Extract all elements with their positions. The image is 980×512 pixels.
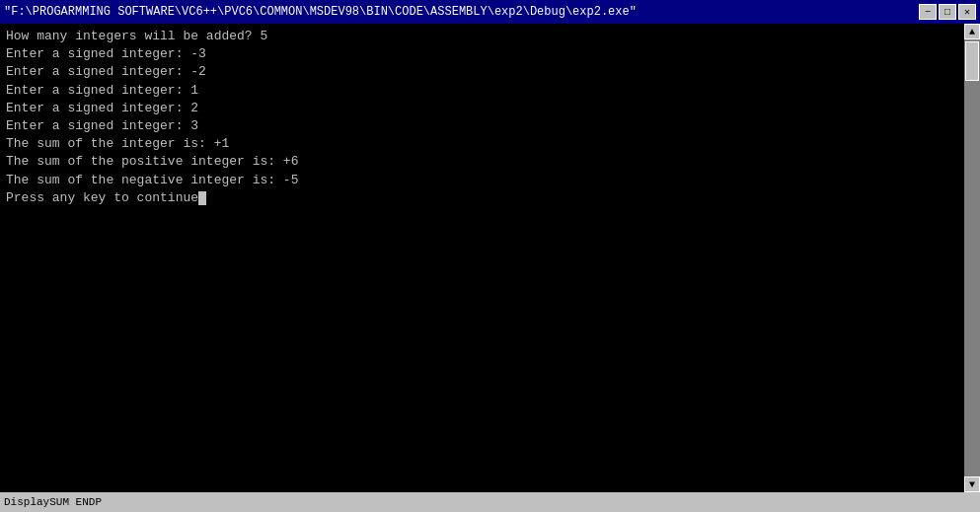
console-output: How many integers will be added? 5Enter … (0, 24, 980, 492)
console-line: The sum of the negative integer is: -5 (6, 172, 960, 189)
scrollbar-thumb[interactable] (965, 41, 979, 81)
console-line: Enter a signed integer: 2 (6, 100, 960, 117)
status-bar: DisplaySUM ENDP (0, 492, 980, 512)
scroll-down-button[interactable]: ▼ (964, 476, 980, 492)
scroll-up-button[interactable]: ▲ (964, 24, 980, 39)
text-cursor (198, 191, 206, 205)
maximize-button[interactable]: □ (939, 4, 956, 20)
title-bar-text: "F:\PROGARMMING SOFTWARE\VC6++\PVC6\COMM… (4, 5, 919, 19)
scrollbar-track[interactable] (964, 39, 980, 476)
console-line: Press any key to continue (6, 189, 960, 207)
title-bar: "F:\PROGARMMING SOFTWARE\VC6++\PVC6\COMM… (0, 0, 980, 24)
console-line: Enter a signed integer: 1 (6, 82, 960, 100)
title-bar-controls: − □ ✕ (919, 4, 976, 20)
console-line: Enter a signed integer: -2 (6, 63, 960, 81)
console-line: Enter a signed integer: -3 (6, 45, 960, 63)
console-line: The sum of the positive integer is: +6 (6, 153, 960, 171)
console-line: The sum of the integer is: +1 (6, 135, 960, 153)
status-bar-text: DisplaySUM ENDP (4, 496, 102, 508)
vertical-scrollbar[interactable]: ▲ ▼ (964, 24, 980, 492)
console-window: "F:\PROGARMMING SOFTWARE\VC6++\PVC6\COMM… (0, 0, 980, 512)
console-line: How many integers will be added? 5 (6, 28, 960, 45)
minimize-button[interactable]: − (919, 4, 937, 20)
console-line: Enter a signed integer: 3 (6, 117, 960, 135)
close-button[interactable]: ✕ (958, 4, 976, 20)
